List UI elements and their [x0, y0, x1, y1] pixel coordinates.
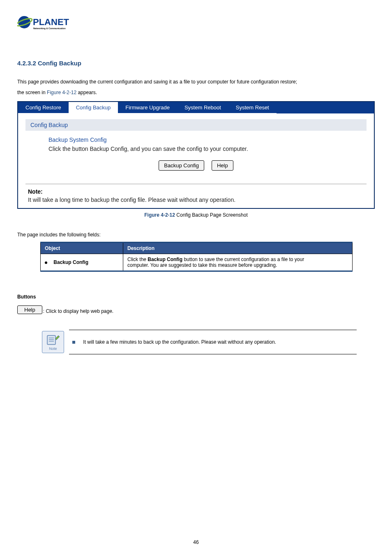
figure-caption-text: Config Backup Page Screenshot — [176, 212, 247, 218]
intro-line1: This page provides downloading the curre… — [17, 79, 297, 85]
tab-config-backup[interactable]: Config Backup — [69, 102, 118, 113]
page-number: 46 — [0, 539, 392, 545]
config-backup-screenshot: Config Restore Config Backup Firmware Up… — [17, 101, 375, 209]
help-button-explainer: Help : Click to display help web page. — [17, 305, 375, 314]
fields-table: Object Description Backup Config Click t… — [40, 242, 353, 272]
panel-note-title: Note: — [28, 188, 364, 195]
tabs-fill — [277, 102, 374, 113]
desc-pre: Click the — [127, 257, 148, 262]
intro-paragraph: This page provides downloading the curre… — [17, 76, 375, 98]
tab-firmware-upgrade[interactable]: Firmware Upgrade — [118, 102, 177, 113]
help-button[interactable]: Help — [212, 160, 233, 171]
panel-subheading: Config Backup — [25, 119, 367, 131]
svg-rect-2 — [47, 335, 55, 345]
tab-system-reboot[interactable]: System Reboot — [177, 102, 228, 113]
logo-brand-text: PLANET — [33, 17, 69, 27]
desc-button-name: Backup Config — [148, 257, 182, 262]
desc-mid: button to save the current configuration… — [184, 257, 304, 262]
desc-cont: computer. You are suggested to take this… — [127, 262, 277, 268]
panel-description: Click the button Backup Config, and you … — [25, 146, 367, 152]
help-button-sample[interactable]: Help — [17, 305, 42, 314]
panel-title: Backup System Config — [25, 136, 367, 143]
help-button-desc: : Click to display help web page. — [43, 308, 113, 314]
buttons-heading: Buttons — [17, 294, 375, 300]
intro-line2-post: appears. — [78, 90, 97, 95]
note-callout-text: It will take a few minutes to back up th… — [83, 339, 276, 345]
note-icon: Note — [42, 331, 64, 353]
note-callout: Note It will take a few minutes to back … — [40, 330, 357, 354]
square-bullet-icon — [72, 341, 75, 344]
tab-config-restore[interactable]: Config Restore — [18, 102, 69, 113]
svg-point-0 — [18, 16, 30, 28]
figure-number: Figure 4-2-12 — [144, 212, 175, 218]
notepad-pencil-icon — [46, 334, 60, 346]
object-name: Backup Config — [53, 259, 88, 265]
panel-note: Note: It will take a long time to backup… — [25, 184, 367, 203]
fields-intro: The page includes the following fields: — [17, 232, 375, 238]
logo-sub-text: Networking & Communication — [33, 27, 66, 30]
tabs-row: Config Restore Config Backup Firmware Up… — [18, 102, 374, 113]
planet-logo-icon: PLANET Networking & Communication — [17, 12, 87, 34]
col-description-header: Description — [123, 243, 353, 254]
note-icon-label: Note — [49, 347, 57, 351]
col-object-header: Object — [41, 243, 123, 254]
panel-note-text: It will take a long time to backup the c… — [28, 197, 364, 203]
backup-config-button[interactable]: Backup Config — [159, 160, 204, 171]
table-row: Backup Config Click the Backup Config bu… — [41, 254, 353, 271]
bullet-icon — [45, 261, 47, 264]
brand-logo: PLANET Networking & Communication — [17, 12, 375, 35]
section-heading: 4.2.3.2 Config Backup — [17, 60, 375, 67]
figure-reference-link[interactable]: Figure 4-2-12 — [47, 90, 76, 95]
description-cell: Click the Backup Config button to save t… — [123, 254, 353, 271]
object-cell: Backup Config — [41, 254, 123, 271]
figure-caption: Figure 4-2-12 Config Backup Page Screens… — [17, 212, 375, 218]
tab-system-reset[interactable]: System Reset — [228, 102, 277, 113]
intro-line2-pre: the screen in — [17, 90, 47, 95]
